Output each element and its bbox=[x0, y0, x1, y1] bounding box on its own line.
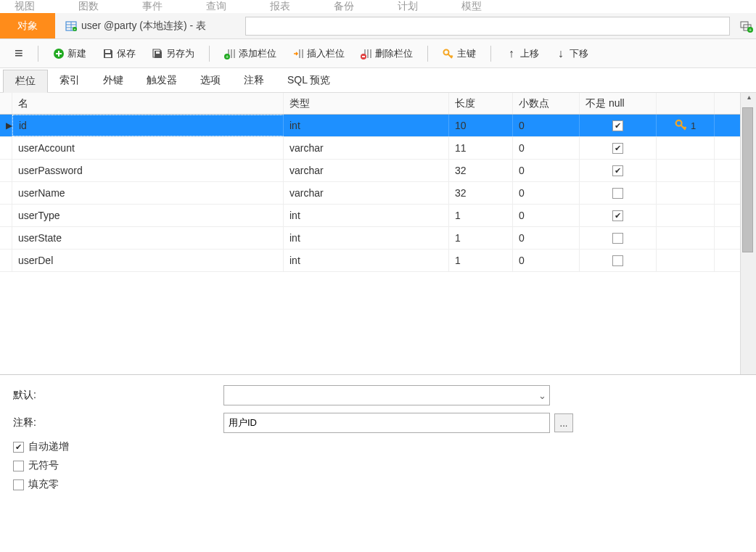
table-row[interactable]: userNamevarchar320 bbox=[0, 182, 740, 205]
cell-decimal[interactable]: 0 bbox=[513, 115, 580, 136]
cell-length[interactable]: 1 bbox=[449, 227, 513, 249]
checkbox-icon bbox=[612, 255, 623, 266]
comment-input[interactable] bbox=[223, 413, 550, 433]
tab-user-label: user @party (本地连接) - 表 bbox=[81, 20, 206, 33]
table-row[interactable]: userPasswordvarchar320 bbox=[0, 160, 740, 182]
scroll-up-icon[interactable]: ▴ bbox=[741, 93, 756, 107]
cell-key[interactable] bbox=[657, 250, 715, 271]
insert-field-button[interactable]: 插入栏位 bbox=[288, 45, 349, 62]
cell-key[interactable] bbox=[657, 160, 715, 181]
cell-decimal[interactable]: 0 bbox=[513, 137, 580, 159]
cell-name[interactable]: id bbox=[12, 115, 284, 136]
hamburger-menu-icon[interactable]: ≡ bbox=[10, 45, 28, 62]
cell-notnull[interactable] bbox=[580, 205, 657, 226]
cell-notnull[interactable] bbox=[580, 227, 657, 249]
add-field-button[interactable]: + 添加栏位 bbox=[220, 45, 281, 62]
cell-decimal[interactable]: 0 bbox=[513, 205, 580, 226]
cell-type[interactable]: int bbox=[284, 205, 449, 226]
tab-options[interactable]: 选项 bbox=[189, 70, 232, 91]
cell-type[interactable]: varchar bbox=[284, 182, 449, 204]
cell-type[interactable]: int bbox=[284, 250, 449, 271]
cell-name[interactable]: userDel bbox=[12, 250, 284, 271]
primary-key-button[interactable]: 主键 bbox=[438, 45, 480, 62]
table-row[interactable]: userDelint10 bbox=[0, 250, 740, 272]
cell-type[interactable]: varchar bbox=[284, 160, 449, 181]
cell-type[interactable]: int bbox=[284, 115, 449, 136]
cell-decimal[interactable]: 0 bbox=[513, 250, 580, 271]
cell-notnull[interactable] bbox=[580, 182, 657, 204]
menu-plan[interactable]: 计划 bbox=[398, 0, 418, 13]
cell-key[interactable] bbox=[657, 227, 715, 249]
cell-name[interactable]: userState bbox=[12, 227, 284, 249]
cell-decimal[interactable]: 0 bbox=[513, 182, 580, 204]
tab-indexes[interactable]: 索引 bbox=[48, 70, 91, 91]
save-as-button[interactable]: 另存为 bbox=[147, 45, 199, 62]
zerofill-checkbox[interactable]: 填充零 bbox=[13, 478, 743, 491]
table-row[interactable]: userAccountvarchar110 bbox=[0, 137, 740, 160]
menu-report[interactable]: 报表 bbox=[270, 0, 290, 13]
unsigned-checkbox[interactable]: 无符号 bbox=[13, 459, 743, 472]
col-decimal-header[interactable]: 小数点 bbox=[513, 93, 580, 114]
cell-type[interactable]: varchar bbox=[284, 137, 449, 159]
move-up-button[interactable]: ↑ 上移 bbox=[501, 45, 543, 62]
cell-decimal[interactable]: 0 bbox=[513, 160, 580, 181]
cell-decimal[interactable]: 0 bbox=[513, 227, 580, 249]
col-length-header[interactable]: 长度 bbox=[449, 93, 513, 114]
cell-length[interactable]: 32 bbox=[449, 160, 513, 181]
cell-notnull[interactable] bbox=[580, 137, 657, 159]
default-select[interactable]: ⌄ bbox=[223, 385, 550, 405]
cell-length[interactable]: 1 bbox=[449, 205, 513, 226]
cell-notnull[interactable] bbox=[580, 250, 657, 271]
cell-length[interactable]: 10 bbox=[449, 115, 513, 136]
cell-length[interactable]: 11 bbox=[449, 137, 513, 159]
menu-data[interactable]: 图数 bbox=[78, 0, 99, 13]
cell-notnull[interactable] bbox=[580, 160, 657, 181]
toolbar: ≡ 新建 保存 另存为 + 添加栏位 插入栏位 删除栏位 主键 ↑ 上移 ↓ 下… bbox=[0, 39, 756, 68]
col-type-header[interactable]: 类型 bbox=[284, 93, 449, 114]
delete-field-button[interactable]: 删除栏位 bbox=[356, 45, 417, 62]
tab-user-table[interactable]: + user @party (本地连接) - 表 bbox=[55, 13, 216, 38]
menu-view[interactable]: 视图 bbox=[15, 0, 35, 13]
cell-key[interactable] bbox=[657, 137, 715, 159]
tab-triggers[interactable]: 触发器 bbox=[135, 70, 189, 91]
cell-length[interactable]: 32 bbox=[449, 182, 513, 204]
new-connection-icon[interactable]: + bbox=[737, 19, 756, 33]
cell-notnull[interactable] bbox=[580, 115, 657, 136]
comment-more-button[interactable]: ... bbox=[554, 413, 573, 432]
tab-foreign-keys[interactable]: 外键 bbox=[91, 70, 135, 91]
cell-key[interactable]: 1 bbox=[657, 115, 715, 136]
table-row[interactable]: ▶idint1001 bbox=[0, 115, 740, 137]
cell-key[interactable] bbox=[657, 205, 715, 226]
col-name-header[interactable]: 名 bbox=[12, 93, 284, 114]
cell-name[interactable]: userType bbox=[12, 205, 284, 226]
cell-length[interactable]: 1 bbox=[449, 250, 513, 271]
menu-event[interactable]: 事件 bbox=[142, 0, 163, 13]
scroll-thumb[interactable] bbox=[742, 107, 753, 252]
menu-model[interactable]: 模型 bbox=[461, 0, 482, 13]
fields-grid[interactable]: 名 类型 长度 小数点 不是 null ▶idint1001userAccoun… bbox=[0, 93, 740, 374]
new-button[interactable]: 新建 bbox=[49, 45, 91, 62]
tab-fields[interactable]: 栏位 bbox=[3, 70, 48, 93]
menu-backup[interactable]: 备份 bbox=[334, 0, 354, 13]
cell-name[interactable]: userPassword bbox=[12, 160, 284, 181]
cell-name[interactable]: userName bbox=[12, 182, 284, 204]
save-button[interactable]: 保存 bbox=[98, 45, 140, 62]
arrow-down-icon: ↓ bbox=[555, 48, 567, 59]
delete-field-icon bbox=[361, 48, 372, 59]
auto-increment-label: 自动递增 bbox=[28, 440, 69, 453]
cell-type[interactable]: int bbox=[284, 227, 449, 249]
primary-key-label: 主键 bbox=[457, 47, 476, 60]
table-row[interactable]: userStateint10 bbox=[0, 227, 740, 250]
search-input[interactable] bbox=[245, 17, 730, 36]
table-row[interactable]: userTypeint10 bbox=[0, 205, 740, 227]
tab-comments[interactable]: 注释 bbox=[232, 70, 276, 91]
tab-object[interactable]: 对象 bbox=[0, 13, 55, 38]
tab-sql-preview[interactable]: SQL 预览 bbox=[276, 70, 342, 91]
cell-key[interactable] bbox=[657, 182, 715, 204]
move-down-button[interactable]: ↓ 下移 bbox=[551, 45, 593, 62]
col-notnull-header[interactable]: 不是 null bbox=[580, 93, 657, 114]
menu-query[interactable]: 查询 bbox=[206, 0, 226, 13]
auto-increment-checkbox[interactable]: 自动递增 bbox=[13, 440, 743, 453]
cell-name[interactable]: userAccount bbox=[12, 137, 284, 159]
vertical-scrollbar[interactable]: ▴ bbox=[740, 93, 756, 374]
